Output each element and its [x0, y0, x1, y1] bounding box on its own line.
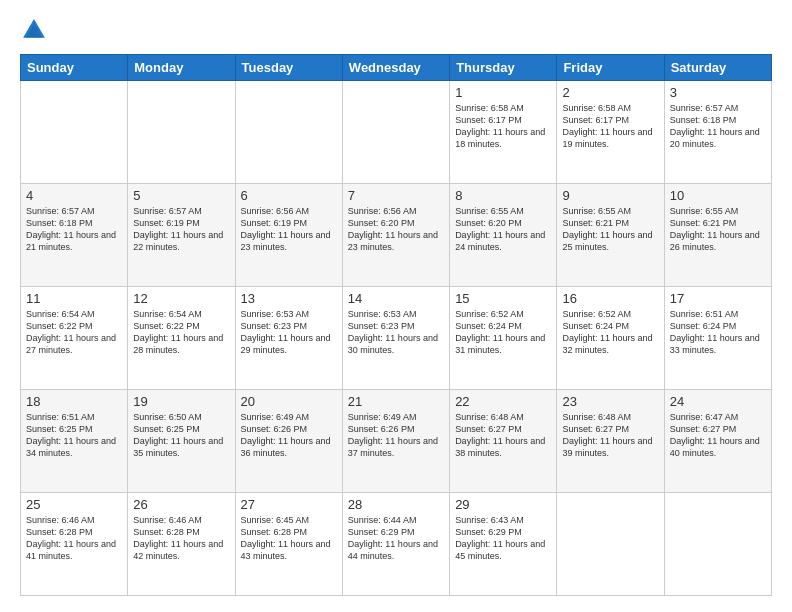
calendar-cell: 9Sunrise: 6:55 AM Sunset: 6:21 PM Daylig…	[557, 184, 664, 287]
day-info: Sunrise: 6:51 AM Sunset: 6:24 PM Dayligh…	[670, 308, 766, 357]
calendar-cell: 1Sunrise: 6:58 AM Sunset: 6:17 PM Daylig…	[450, 81, 557, 184]
day-number: 10	[670, 188, 766, 203]
calendar-cell: 26Sunrise: 6:46 AM Sunset: 6:28 PM Dayli…	[128, 493, 235, 596]
calendar-day-header: Sunday	[21, 55, 128, 81]
calendar-cell: 23Sunrise: 6:48 AM Sunset: 6:27 PM Dayli…	[557, 390, 664, 493]
day-info: Sunrise: 6:55 AM Sunset: 6:21 PM Dayligh…	[670, 205, 766, 254]
day-number: 13	[241, 291, 337, 306]
day-number: 17	[670, 291, 766, 306]
day-number: 26	[133, 497, 229, 512]
day-info: Sunrise: 6:54 AM Sunset: 6:22 PM Dayligh…	[133, 308, 229, 357]
logo-icon	[20, 16, 48, 44]
calendar-day-header: Saturday	[664, 55, 771, 81]
day-info: Sunrise: 6:47 AM Sunset: 6:27 PM Dayligh…	[670, 411, 766, 460]
day-number: 6	[241, 188, 337, 203]
day-info: Sunrise: 6:53 AM Sunset: 6:23 PM Dayligh…	[348, 308, 444, 357]
day-info: Sunrise: 6:57 AM Sunset: 6:18 PM Dayligh…	[26, 205, 122, 254]
calendar-cell	[557, 493, 664, 596]
day-number: 19	[133, 394, 229, 409]
day-info: Sunrise: 6:52 AM Sunset: 6:24 PM Dayligh…	[562, 308, 658, 357]
day-info: Sunrise: 6:58 AM Sunset: 6:17 PM Dayligh…	[455, 102, 551, 151]
calendar-day-header: Monday	[128, 55, 235, 81]
calendar-cell: 7Sunrise: 6:56 AM Sunset: 6:20 PM Daylig…	[342, 184, 449, 287]
calendar-cell: 28Sunrise: 6:44 AM Sunset: 6:29 PM Dayli…	[342, 493, 449, 596]
day-info: Sunrise: 6:57 AM Sunset: 6:18 PM Dayligh…	[670, 102, 766, 151]
calendar-cell: 27Sunrise: 6:45 AM Sunset: 6:28 PM Dayli…	[235, 493, 342, 596]
day-number: 18	[26, 394, 122, 409]
day-number: 28	[348, 497, 444, 512]
day-number: 8	[455, 188, 551, 203]
calendar-cell: 18Sunrise: 6:51 AM Sunset: 6:25 PM Dayli…	[21, 390, 128, 493]
calendar-cell: 10Sunrise: 6:55 AM Sunset: 6:21 PM Dayli…	[664, 184, 771, 287]
day-info: Sunrise: 6:54 AM Sunset: 6:22 PM Dayligh…	[26, 308, 122, 357]
calendar-cell	[664, 493, 771, 596]
day-number: 14	[348, 291, 444, 306]
calendar-header-row: SundayMondayTuesdayWednesdayThursdayFrid…	[21, 55, 772, 81]
calendar-cell: 8Sunrise: 6:55 AM Sunset: 6:20 PM Daylig…	[450, 184, 557, 287]
calendar-cell: 29Sunrise: 6:43 AM Sunset: 6:29 PM Dayli…	[450, 493, 557, 596]
day-info: Sunrise: 6:44 AM Sunset: 6:29 PM Dayligh…	[348, 514, 444, 563]
day-info: Sunrise: 6:43 AM Sunset: 6:29 PM Dayligh…	[455, 514, 551, 563]
calendar-week-row: 4Sunrise: 6:57 AM Sunset: 6:18 PM Daylig…	[21, 184, 772, 287]
calendar-cell: 13Sunrise: 6:53 AM Sunset: 6:23 PM Dayli…	[235, 287, 342, 390]
day-info: Sunrise: 6:53 AM Sunset: 6:23 PM Dayligh…	[241, 308, 337, 357]
calendar-week-row: 11Sunrise: 6:54 AM Sunset: 6:22 PM Dayli…	[21, 287, 772, 390]
calendar-cell: 12Sunrise: 6:54 AM Sunset: 6:22 PM Dayli…	[128, 287, 235, 390]
day-number: 2	[562, 85, 658, 100]
calendar-cell: 16Sunrise: 6:52 AM Sunset: 6:24 PM Dayli…	[557, 287, 664, 390]
calendar-cell: 3Sunrise: 6:57 AM Sunset: 6:18 PM Daylig…	[664, 81, 771, 184]
day-info: Sunrise: 6:50 AM Sunset: 6:25 PM Dayligh…	[133, 411, 229, 460]
day-number: 16	[562, 291, 658, 306]
calendar-day-header: Friday	[557, 55, 664, 81]
calendar-cell	[21, 81, 128, 184]
calendar-cell	[235, 81, 342, 184]
day-info: Sunrise: 6:58 AM Sunset: 6:17 PM Dayligh…	[562, 102, 658, 151]
day-info: Sunrise: 6:48 AM Sunset: 6:27 PM Dayligh…	[562, 411, 658, 460]
day-number: 27	[241, 497, 337, 512]
calendar-week-row: 1Sunrise: 6:58 AM Sunset: 6:17 PM Daylig…	[21, 81, 772, 184]
calendar-table: SundayMondayTuesdayWednesdayThursdayFrid…	[20, 54, 772, 596]
day-number: 29	[455, 497, 551, 512]
calendar-cell: 19Sunrise: 6:50 AM Sunset: 6:25 PM Dayli…	[128, 390, 235, 493]
page: SundayMondayTuesdayWednesdayThursdayFrid…	[0, 0, 792, 612]
calendar-day-header: Thursday	[450, 55, 557, 81]
day-number: 4	[26, 188, 122, 203]
day-number: 9	[562, 188, 658, 203]
day-number: 21	[348, 394, 444, 409]
day-number: 25	[26, 497, 122, 512]
day-number: 24	[670, 394, 766, 409]
header	[20, 16, 772, 44]
calendar-cell: 22Sunrise: 6:48 AM Sunset: 6:27 PM Dayli…	[450, 390, 557, 493]
calendar-cell: 21Sunrise: 6:49 AM Sunset: 6:26 PM Dayli…	[342, 390, 449, 493]
calendar-cell	[128, 81, 235, 184]
calendar-cell: 5Sunrise: 6:57 AM Sunset: 6:19 PM Daylig…	[128, 184, 235, 287]
day-info: Sunrise: 6:55 AM Sunset: 6:21 PM Dayligh…	[562, 205, 658, 254]
day-info: Sunrise: 6:56 AM Sunset: 6:20 PM Dayligh…	[348, 205, 444, 254]
day-info: Sunrise: 6:46 AM Sunset: 6:28 PM Dayligh…	[133, 514, 229, 563]
day-info: Sunrise: 6:55 AM Sunset: 6:20 PM Dayligh…	[455, 205, 551, 254]
day-info: Sunrise: 6:56 AM Sunset: 6:19 PM Dayligh…	[241, 205, 337, 254]
calendar-week-row: 18Sunrise: 6:51 AM Sunset: 6:25 PM Dayli…	[21, 390, 772, 493]
calendar-cell: 25Sunrise: 6:46 AM Sunset: 6:28 PM Dayli…	[21, 493, 128, 596]
calendar-cell: 4Sunrise: 6:57 AM Sunset: 6:18 PM Daylig…	[21, 184, 128, 287]
day-number: 1	[455, 85, 551, 100]
day-number: 3	[670, 85, 766, 100]
calendar-cell	[342, 81, 449, 184]
day-number: 5	[133, 188, 229, 203]
calendar-day-header: Tuesday	[235, 55, 342, 81]
day-number: 20	[241, 394, 337, 409]
day-number: 7	[348, 188, 444, 203]
calendar-cell: 24Sunrise: 6:47 AM Sunset: 6:27 PM Dayli…	[664, 390, 771, 493]
calendar-cell: 11Sunrise: 6:54 AM Sunset: 6:22 PM Dayli…	[21, 287, 128, 390]
calendar-week-row: 25Sunrise: 6:46 AM Sunset: 6:28 PM Dayli…	[21, 493, 772, 596]
day-info: Sunrise: 6:57 AM Sunset: 6:19 PM Dayligh…	[133, 205, 229, 254]
day-info: Sunrise: 6:51 AM Sunset: 6:25 PM Dayligh…	[26, 411, 122, 460]
day-info: Sunrise: 6:49 AM Sunset: 6:26 PM Dayligh…	[241, 411, 337, 460]
day-info: Sunrise: 6:49 AM Sunset: 6:26 PM Dayligh…	[348, 411, 444, 460]
calendar-cell: 20Sunrise: 6:49 AM Sunset: 6:26 PM Dayli…	[235, 390, 342, 493]
day-number: 11	[26, 291, 122, 306]
calendar-cell: 6Sunrise: 6:56 AM Sunset: 6:19 PM Daylig…	[235, 184, 342, 287]
day-number: 15	[455, 291, 551, 306]
day-info: Sunrise: 6:52 AM Sunset: 6:24 PM Dayligh…	[455, 308, 551, 357]
calendar-cell: 17Sunrise: 6:51 AM Sunset: 6:24 PM Dayli…	[664, 287, 771, 390]
